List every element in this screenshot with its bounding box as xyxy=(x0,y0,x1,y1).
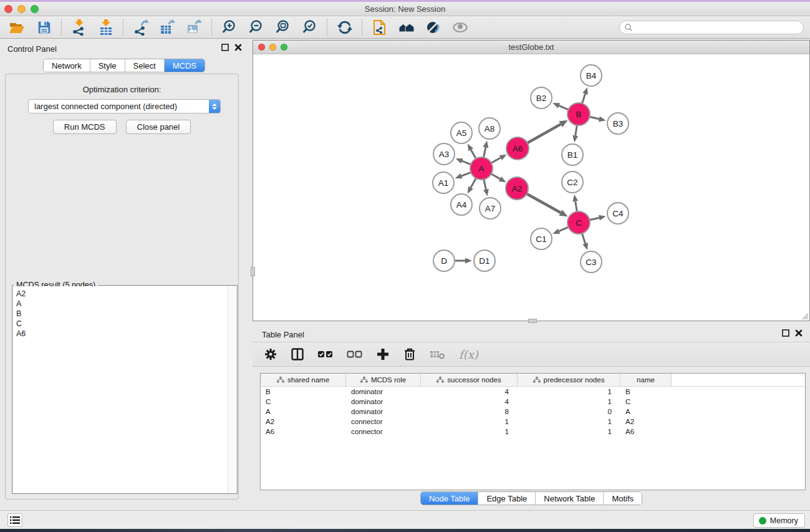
delete-column-button trash-icon[interactable] xyxy=(403,347,417,361)
result-scrollbar[interactable] xyxy=(228,286,236,493)
network-graph: AA1A2A3A4A5A6A7A8BB1B2B3B4CC1C2C3C4DD1 xyxy=(253,55,809,321)
close-panel-icon[interactable] xyxy=(234,44,242,51)
node-table: shared nameMCDS rolesuccessor nodesprede… xyxy=(260,373,806,490)
graph-edge-A-A3 xyxy=(462,161,471,164)
open-session-button[interactable] xyxy=(4,17,31,37)
graph-node-label: B3 xyxy=(613,119,624,128)
table-cell: A xyxy=(261,408,346,415)
graph-edge-C-C1 xyxy=(559,227,568,231)
splitter-handle-vertical[interactable] xyxy=(251,267,255,276)
table-row[interactable]: Cdominator41C xyxy=(261,397,805,407)
tab-select[interactable]: Select xyxy=(125,59,164,72)
close-panel-button[interactable]: Close panel xyxy=(126,120,191,134)
optimization-criterion-select[interactable]: largest connected component (directed) xyxy=(28,99,221,114)
column-header-predecessor-nodes[interactable]: predecessor nodes xyxy=(518,374,620,386)
network-document-icon xyxy=(372,19,388,36)
table-panel-tabs: Node TableEdge TableNetwork TableMotifs xyxy=(420,491,642,505)
tab-network[interactable]: Network xyxy=(44,59,90,72)
show-all-button[interactable] xyxy=(446,17,473,37)
zoom-out-button[interactable] xyxy=(243,17,269,37)
houses-icon xyxy=(398,19,415,36)
deselect-all-button unchecked-boxes-icon[interactable] xyxy=(347,347,363,361)
zoom-in-button[interactable] xyxy=(216,17,243,37)
import-table-icon xyxy=(98,19,114,36)
show-column-button columns-icon[interactable] xyxy=(291,347,304,361)
graph-node-label: C2 xyxy=(567,178,577,187)
new-network-button[interactable] xyxy=(366,17,393,37)
tab-edge-table[interactable]: Edge Table xyxy=(478,492,535,505)
save-session-button[interactable] xyxy=(31,17,57,37)
edge-arrowhead xyxy=(552,229,560,235)
splitter-handle-horizontal[interactable] xyxy=(528,319,537,323)
table-cell: 4 xyxy=(421,388,518,395)
graph-edge-A-A4 xyxy=(471,178,476,188)
add-column-button plus-icon[interactable] xyxy=(376,347,390,361)
table-cell: C xyxy=(620,398,672,405)
edge-arrowhead xyxy=(455,173,463,178)
resize-grip-icon[interactable] xyxy=(800,311,809,320)
network-canvas[interactable]: AA1A2A3A4A5A6A7A8BB1B2B3B4CC1C2C3C4DD1 xyxy=(253,55,809,321)
export-network-button[interactable] xyxy=(127,17,154,37)
graph-node-label: A5 xyxy=(456,128,467,138)
tab-network-table[interactable]: Network Table xyxy=(535,492,603,505)
destroy-table-button table-delete-icon[interactable] xyxy=(430,347,446,361)
application-window: Session: New Session xyxy=(0,0,810,532)
result-list-item: C xyxy=(13,320,236,330)
table-settings-button gear-icon[interactable] xyxy=(264,347,277,361)
refresh-icon xyxy=(337,19,353,36)
graph-node-label: B xyxy=(576,110,581,119)
graph-edge-C-C3 xyxy=(582,233,585,243)
float-panel-icon[interactable] xyxy=(221,44,229,51)
table-cell: 8 xyxy=(421,408,518,415)
toolbar-divider xyxy=(211,19,212,36)
column-header-name[interactable]: name xyxy=(620,374,672,386)
result-list-item: A xyxy=(13,300,236,310)
graph-node-label: C4 xyxy=(612,209,624,218)
select-all-button checked-boxes-icon[interactable] xyxy=(317,347,334,361)
import-table-button[interactable] xyxy=(92,17,119,37)
search-icon xyxy=(624,23,633,32)
tab-mcds[interactable]: MCDS xyxy=(164,59,205,72)
edge-arrowhead xyxy=(483,189,489,196)
result-list-item: B xyxy=(13,310,236,320)
table-row[interactable]: A2connector11A2 xyxy=(261,417,805,427)
close-panel-icon[interactable] xyxy=(795,329,803,337)
run-mcds-button[interactable]: Run MCDS xyxy=(53,120,117,134)
control-panel-tabs: NetworkStyleSelectMCDS xyxy=(43,59,205,72)
zoom-selected-button[interactable] xyxy=(296,17,323,37)
tab-motifs[interactable]: Motifs xyxy=(603,492,642,505)
float-panel-icon[interactable] xyxy=(782,329,789,337)
network-window-title: testGlobe.txt xyxy=(253,41,809,54)
import-network-button[interactable] xyxy=(65,17,92,37)
table-row[interactable]: A6connector11A6 xyxy=(261,427,805,437)
optimization-criterion-value: largest connected component (directed) xyxy=(29,102,209,111)
apply-layout-button[interactable] xyxy=(331,17,358,37)
zoom-fit-icon xyxy=(275,19,291,36)
table-row[interactable]: Adominator80A xyxy=(261,407,805,417)
table-cell: dominator xyxy=(346,408,421,415)
table-cell: A6 xyxy=(620,428,672,435)
function-builder-button fx-icon[interactable]: f(x) xyxy=(459,348,478,361)
mcds-result-box: MCDS result (5 nodes) A2ABCA6 xyxy=(12,285,238,494)
tab-node-table[interactable]: Node Table xyxy=(421,492,478,505)
table-cell: dominator xyxy=(346,398,421,405)
column-header-successor-nodes[interactable]: successor nodes xyxy=(421,374,518,386)
zoom-fit-button[interactable] xyxy=(269,17,296,37)
table-row[interactable]: Bdominator41B xyxy=(261,387,805,397)
first-neighbors-button[interactable] xyxy=(393,17,420,37)
column-header-shared-name[interactable]: shared name xyxy=(261,374,346,386)
open-folder-icon xyxy=(9,20,26,35)
tab-style[interactable]: Style xyxy=(90,59,125,72)
export-image-button[interactable] xyxy=(181,17,208,37)
edge-arrowhead xyxy=(456,158,463,163)
graph-edge-B-B1 xyxy=(576,125,577,136)
table-cell: 1 xyxy=(518,388,620,395)
task-history-button[interactable] xyxy=(7,513,22,527)
hide-selected-button[interactable] xyxy=(420,17,446,37)
memory-button[interactable]: Memory xyxy=(753,513,805,528)
column-header-mcds-role[interactable]: MCDS role xyxy=(346,374,421,386)
table-panel: Table Panel f(x) shared nameMCDS rolesuc… xyxy=(253,324,810,510)
export-table-button[interactable] xyxy=(154,17,181,37)
search-input[interactable] xyxy=(633,22,803,33)
mcds-panel: Optimization criterion: largest connecte… xyxy=(5,74,239,500)
